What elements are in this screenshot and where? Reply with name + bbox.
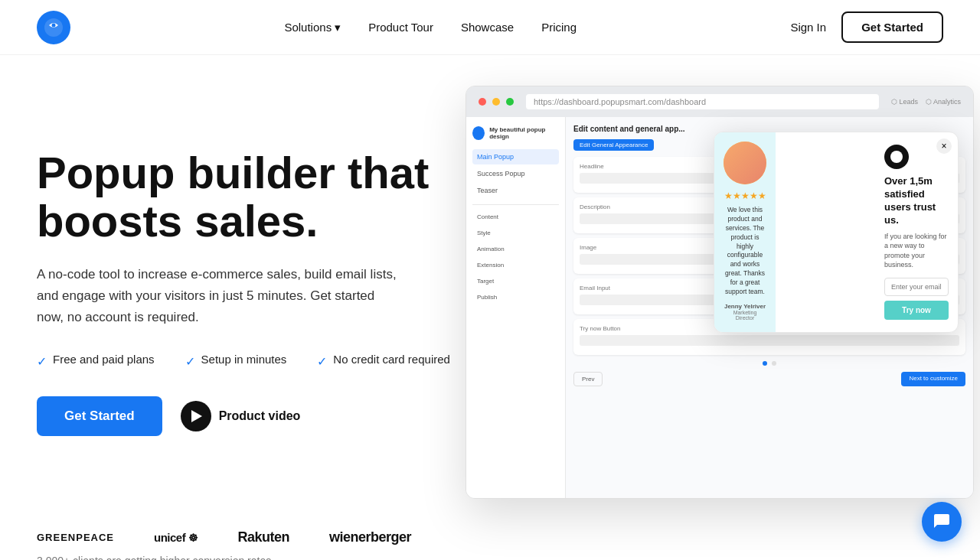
nav-links: Solutions ▾ Product Tour Showcase Pricin… xyxy=(284,21,577,34)
form-field-button[interactable] xyxy=(580,335,959,346)
hero-section: Popup builder that boosts sales. A no-co… xyxy=(0,55,980,514)
popup-stars: ★★★★★ xyxy=(724,190,766,201)
pagination-dot xyxy=(772,361,776,366)
svg-point-1 xyxy=(52,23,56,27)
hero-checks: ✓ Free and paid plans ✓ Setup in minutes… xyxy=(37,353,450,369)
prev-button[interactable]: Prev xyxy=(573,372,603,386)
sidebar-item-success-popup[interactable]: Success Popup xyxy=(472,166,559,181)
next-button[interactable]: Next to customize xyxy=(901,372,965,386)
signin-button[interactable]: Sign In xyxy=(790,21,826,34)
browser-bar: https://dashboard.popupsmart.com/dashboa… xyxy=(466,86,973,117)
popup-heading: Over 1,5m satisfied users trust us. xyxy=(884,175,949,227)
check-item-1: ✓ Setup in minutes xyxy=(185,353,287,369)
browser-sidebar-title: My beautiful popup design xyxy=(489,126,559,140)
check-icon-0: ✓ xyxy=(37,354,47,369)
youtube-icon xyxy=(181,401,211,431)
get-started-nav-button[interactable]: Get Started xyxy=(841,11,943,43)
sidebar-item-publish[interactable]: Publish xyxy=(472,290,559,304)
clients-logos: GREENPEACE unicef ☸ Rakuten wienerberger xyxy=(37,529,943,545)
popup-cta-button[interactable]: Try now xyxy=(884,301,949,320)
nav-showcase[interactable]: Showcase xyxy=(461,21,514,34)
nav-solutions[interactable]: Solutions ▾ xyxy=(284,21,341,34)
hero-right: https://dashboard.popupsmart.com/dashboa… xyxy=(450,101,943,483)
browser-dot-green xyxy=(506,98,514,106)
browser-sidebar: My beautiful popup design Main Popup Suc… xyxy=(466,117,566,499)
browser-tab-general[interactable]: Edit General Appearance xyxy=(573,139,654,151)
popup-reviewer-name: Jenny Yelriver xyxy=(724,303,766,310)
clients-section: GREENPEACE unicef ☸ Rakuten wienerberger… xyxy=(0,514,980,560)
sidebar-item-extension[interactable]: Extension xyxy=(472,258,559,272)
check-item-2: ✓ No credit card required xyxy=(317,353,450,369)
popup-logo xyxy=(884,145,909,169)
sidebar-item-main-popup[interactable]: Main Popup xyxy=(472,149,559,164)
navbar: Solutions ▾ Product Tour Showcase Pricin… xyxy=(0,0,980,55)
logo[interactable] xyxy=(37,11,70,44)
sidebar-item-content[interactable]: Content xyxy=(472,210,559,224)
check-item-0: ✓ Free and paid plans xyxy=(37,353,155,369)
client-logo-wienerberger: wienerberger xyxy=(329,529,411,545)
popup-right-panel: Over 1,5m satisfied users trust us. If y… xyxy=(875,132,958,332)
nav-product-tour[interactable]: Product Tour xyxy=(368,21,433,34)
hero-buttons: Get Started Product video xyxy=(37,396,450,436)
popup-overlay: × ★★★★★ We love this product and service… xyxy=(714,132,959,333)
popup-email-input[interactable] xyxy=(884,278,949,296)
sidebar-item-style[interactable]: Style xyxy=(472,226,559,240)
browser-sidebar-logo xyxy=(472,126,485,140)
sidebar-item-target[interactable]: Target xyxy=(472,274,559,288)
chat-icon xyxy=(932,512,952,532)
nav-actions: Sign In Get Started xyxy=(790,11,943,43)
hero-subtitle: A no-code tool to increase e-commerce sa… xyxy=(37,264,404,328)
popup-subtext: If you are looking for a new way to prom… xyxy=(884,232,949,270)
browser-dot-yellow xyxy=(492,98,500,106)
popup-review-text: We love this product and services. The p… xyxy=(724,206,766,297)
clients-caption: 3.000+ clients are getting higher conver… xyxy=(37,555,943,560)
hero-title: Popup builder that boosts sales. xyxy=(37,148,450,246)
sidebar-item-teaser[interactable]: Teaser xyxy=(472,183,559,198)
nav-pricing[interactable]: Pricing xyxy=(541,21,577,34)
client-logo-rakuten: Rakuten xyxy=(237,529,289,545)
pagination-dot-active xyxy=(763,361,767,366)
get-started-hero-button[interactable]: Get Started xyxy=(37,396,162,436)
popup-avatar xyxy=(724,142,766,184)
sidebar-item-animation[interactable]: Animation xyxy=(472,242,559,256)
client-logo-greenpeace: GREENPEACE xyxy=(37,532,114,543)
check-icon-2: ✓ xyxy=(317,354,327,369)
hero-left: Popup builder that boosts sales. A no-co… xyxy=(37,148,450,437)
chat-widget[interactable] xyxy=(922,502,962,542)
product-video-button[interactable]: Product video xyxy=(181,401,301,431)
popup-close-button[interactable]: × xyxy=(936,138,952,154)
popup-reviewer-title: Marketing Director xyxy=(724,310,766,321)
check-icon-1: ✓ xyxy=(185,354,195,369)
browser-url: https://dashboard.popupsmart.com/dashboa… xyxy=(526,94,879,109)
popup-left-panel: ★★★★★ We love this product and services.… xyxy=(714,132,776,332)
browser-dot-red xyxy=(479,98,486,106)
chevron-down-icon: ▾ xyxy=(335,21,341,34)
client-logo-unicef: unicef ☸ xyxy=(154,531,198,544)
